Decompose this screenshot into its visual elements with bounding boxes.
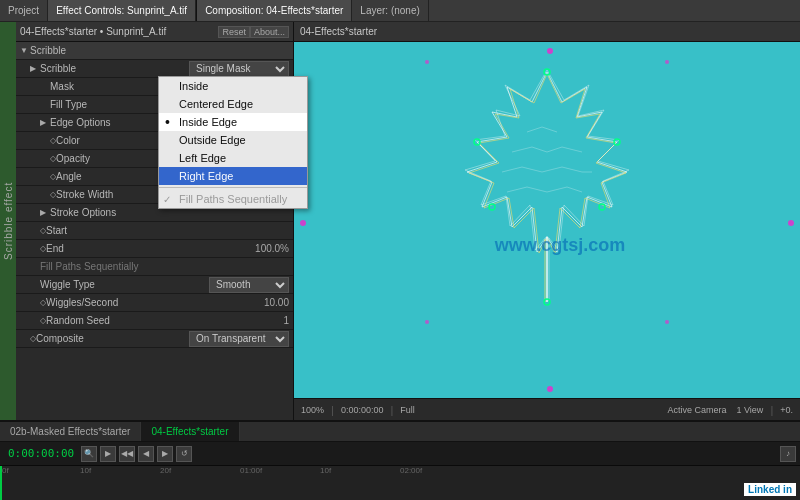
app-container: Project Effect Controls: Sunprint_A.tif …	[0, 0, 800, 500]
dropdown-item-inside-edge[interactable]: Inside Edge	[159, 113, 293, 131]
timeline-tab-masked[interactable]: 02b-Masked Effects*starter	[0, 422, 141, 441]
right-panel: 04-Effects*starter	[294, 22, 800, 420]
dropdown-item-inside[interactable]: Inside	[159, 77, 293, 95]
edge-dot-bottom	[547, 386, 553, 392]
loop-button[interactable]: ↺	[176, 446, 192, 462]
side-label: Scribble effect	[0, 22, 16, 420]
rewind-button[interactable]: ◀◀	[119, 446, 135, 462]
start-label: Start	[46, 225, 289, 236]
ruler-mark-10f-2: 10f	[320, 466, 331, 475]
dropdown-centered-edge-label: Centered Edge	[179, 98, 253, 110]
dropdown-outside-edge-label: Outside Edge	[179, 134, 246, 146]
scribble-expand[interactable]: ▶	[30, 64, 40, 73]
random-seed-value: 1	[283, 315, 289, 326]
dropdown-inside-edge-label: Inside Edge	[179, 116, 237, 128]
dropdown-item-right-edge[interactable]: Right Edge	[159, 167, 293, 185]
scribble-name: Scribble	[40, 63, 189, 74]
tab-project[interactable]: Project	[0, 0, 48, 21]
panel-file-title: 04-Effects*starter • Sunprint_A.tif	[20, 26, 218, 37]
dropdown-item-left-edge[interactable]: Left Edge	[159, 149, 293, 167]
edge-dot-right	[788, 220, 794, 226]
edge-dot-left	[300, 220, 306, 226]
edge-dot-top	[547, 48, 553, 54]
wiggle-type-label: Wiggle Type	[40, 279, 209, 290]
tab-composition[interactable]: Composition: 04-Effects*starter	[197, 0, 352, 21]
play-button[interactable]: ▶	[100, 446, 116, 462]
scribble-label: Scribble	[30, 45, 289, 56]
step-back-button[interactable]: ◀	[138, 446, 154, 462]
fill-paths-label: Fill Paths Sequentially	[40, 261, 289, 272]
composite-row: ◇ Composite On Transparent	[16, 330, 293, 348]
dropdown-divider	[159, 187, 293, 188]
dropdown-item-fill-paths[interactable]: Fill Paths Sequentially	[159, 190, 293, 208]
plus-label: +0.	[777, 405, 796, 415]
composite-select[interactable]: On Transparent	[189, 331, 289, 347]
comp-viewer: www.cgtsj.com	[294, 42, 800, 398]
ruler-mark-20f: 20f	[160, 466, 171, 475]
comp-toolbar: 100% | 0:00:00:00 | Full Active Camera 1…	[294, 398, 800, 420]
fill-paths-row: Fill Paths Sequentially	[16, 258, 293, 276]
svg-point-4	[665, 60, 669, 64]
search-button[interactable]: 🔍	[81, 446, 97, 462]
comp-header: 04-Effects*starter	[294, 22, 800, 42]
scribble-triangle[interactable]: ▼	[20, 46, 30, 55]
random-seed-row: ◇ Random Seed 1	[16, 312, 293, 330]
dropdown-right-edge-label: Right Edge	[179, 170, 233, 182]
ruler-mark-10f: 10f	[80, 466, 91, 475]
timeline-tab-effects[interactable]: 04-Effects*starter	[141, 422, 239, 441]
dropdown-item-centered-edge[interactable]: Centered Edge	[159, 95, 293, 113]
playhead	[0, 466, 2, 500]
wiggles-value: 10.00	[264, 297, 289, 308]
ruler-mark-1min: 01:00f	[240, 466, 262, 475]
tab-layer[interactable]: Layer: (none)	[352, 0, 428, 21]
scribble-mask-select[interactable]: Single Mask	[189, 61, 289, 77]
timecode-display: 0:00:00:00	[338, 405, 387, 415]
top-bar: Project Effect Controls: Sunprint_A.tif …	[0, 0, 800, 22]
comp-title: 04-Effects*starter	[300, 26, 794, 37]
svg-point-3	[425, 60, 429, 64]
maple-leaf-svg	[417, 52, 677, 332]
reset-button[interactable]: Reset	[218, 26, 250, 38]
view-label: Active Camera	[664, 405, 729, 415]
resolution-label: Full	[397, 405, 418, 415]
ruler-mark-2min: 02:00f	[400, 466, 422, 475]
end-value: 100.0%	[255, 243, 289, 254]
wiggle-type-select[interactable]: Smooth	[209, 277, 289, 293]
audio-button[interactable]: ♪	[780, 446, 796, 462]
wiggles-row: ◇ Wiggles/Second 10.00	[16, 294, 293, 312]
svg-point-5	[425, 320, 429, 324]
zoom-label: 100%	[298, 405, 327, 415]
timeline-track[interactable]: 0f 10f 20f 01:00f 10f 02:00f	[0, 466, 800, 500]
end-label: End	[46, 243, 255, 254]
tab-effect-controls[interactable]: Effect Controls: Sunprint_A.tif	[48, 0, 196, 21]
step-forward-button[interactable]: ▶	[157, 446, 173, 462]
edge-options-expand[interactable]: ▶	[40, 118, 50, 127]
end-row: ◇ End 100.0%	[16, 240, 293, 258]
panel-header: 04-Effects*starter • Sunprint_A.tif Rese…	[16, 22, 293, 42]
wiggle-type-row: Wiggle Type Smooth	[16, 276, 293, 294]
wiggles-label: Wiggles/Second	[46, 297, 264, 308]
scribble-header-row: ▼ Scribble	[16, 42, 293, 60]
timeline-area: 02b-Masked Effects*starter 04-Effects*st…	[0, 420, 800, 500]
dropdown-left-edge-label: Left Edge	[179, 152, 226, 164]
dropdown-inside-label: Inside	[179, 80, 208, 92]
stroke-options-expand[interactable]: ▶	[40, 208, 50, 217]
timeline-controls: 0:00:00:00 🔍 ▶ ◀◀ ◀ ▶ ↺ ♪	[0, 442, 800, 466]
timeline-timecode: 0:00:00:00	[4, 447, 78, 460]
dropdown-fill-paths-label: Fill Paths Sequentially	[179, 193, 287, 205]
view-count-label: 1 View	[734, 405, 767, 415]
timeline-tabs: 02b-Masked Effects*starter 04-Effects*st…	[0, 422, 800, 442]
main-area: Scribble effect 04-Effects*starter • Sun…	[0, 22, 800, 420]
dropdown-item-outside-edge[interactable]: Outside Edge	[159, 131, 293, 149]
linkedin-badge: Linked in	[744, 483, 796, 496]
effect-controls-panel: ▼ Scribble ▶ Scribble Single Mask Mask	[16, 42, 293, 420]
start-row: ◇ Start	[16, 222, 293, 240]
fill-type-dropdown[interactable]: Inside Centered Edge Inside Edge Outside…	[158, 76, 293, 209]
composite-label: Composite	[36, 333, 189, 344]
left-panel: 04-Effects*starter • Sunprint_A.tif Rese…	[16, 22, 294, 420]
random-seed-label: Random Seed	[46, 315, 283, 326]
about-button[interactable]: About...	[250, 26, 289, 38]
svg-point-6	[665, 320, 669, 324]
